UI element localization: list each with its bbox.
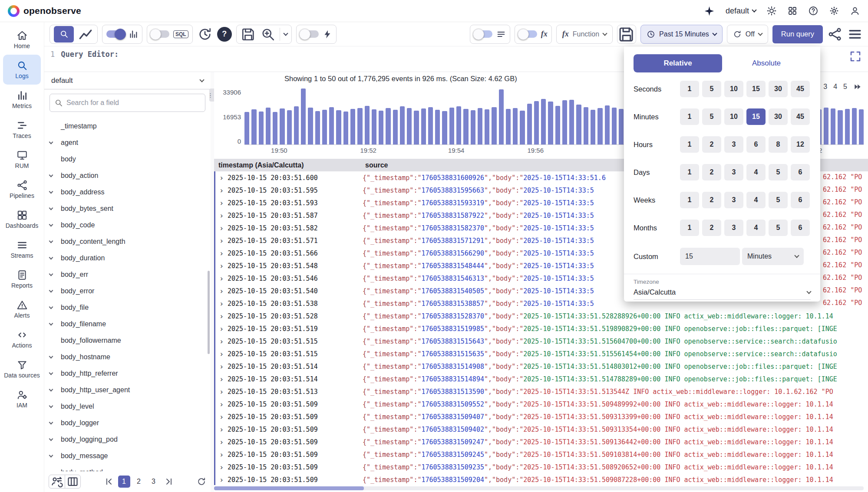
histogram-bar[interactable] bbox=[365, 106, 370, 144]
histogram-bar[interactable] bbox=[357, 108, 362, 144]
table-row[interactable]: › 2025-10-15 20:03:51.509 {"_timestamp":… bbox=[215, 398, 868, 410]
results-page-4[interactable]: 4 bbox=[833, 83, 837, 91]
histogram-bar[interactable] bbox=[273, 112, 277, 144]
quick-months-1[interactable]: 1 bbox=[680, 220, 699, 236]
histogram-bar[interactable] bbox=[555, 106, 560, 144]
field-list-item[interactable]: agent bbox=[44, 134, 211, 151]
expand-row-icon[interactable]: › bbox=[215, 425, 228, 434]
table-row[interactable]: › 2025-10-15 20:03:51.528 {"_timestamp":… bbox=[215, 310, 868, 322]
timezone-selector[interactable]: Asia/Calcutta bbox=[634, 285, 811, 300]
org-selector[interactable]: default bbox=[726, 7, 756, 16]
fast-forward-icon[interactable] bbox=[853, 82, 862, 91]
quick-days-5[interactable]: 5 bbox=[769, 164, 788, 180]
quick-weeks-5[interactable]: 5 bbox=[769, 192, 788, 208]
stream-selector[interactable]: default bbox=[44, 72, 211, 89]
sidebar-item-pipelines[interactable]: Pipelines bbox=[3, 174, 41, 204]
histogram-bar[interactable] bbox=[294, 106, 299, 144]
field-list-item[interactable]: body_logger bbox=[44, 415, 211, 431]
histogram-bar[interactable] bbox=[824, 108, 828, 144]
quick-weeks-1[interactable]: 1 bbox=[680, 192, 699, 208]
quick-months-3[interactable]: 3 bbox=[724, 220, 743, 236]
field-list-item[interactable]: body_code bbox=[44, 217, 211, 233]
expand-row-icon[interactable]: › bbox=[215, 249, 228, 258]
refresh-fields-icon[interactable] bbox=[197, 477, 206, 486]
quick-seconds-1[interactable]: 1 bbox=[680, 81, 699, 97]
histogram-bar[interactable] bbox=[845, 109, 850, 144]
quick-weeks-2[interactable]: 2 bbox=[702, 192, 721, 208]
histogram-bar[interactable] bbox=[619, 109, 624, 144]
quick-days-1[interactable]: 1 bbox=[680, 164, 699, 180]
custom-period-unit-selector[interactable]: Minutes bbox=[742, 248, 804, 265]
quick-months-4[interactable]: 4 bbox=[746, 220, 766, 236]
histogram-bar[interactable] bbox=[329, 107, 334, 144]
histogram-bar[interactable] bbox=[562, 100, 567, 144]
quick-hours-2[interactable]: 2 bbox=[702, 136, 721, 153]
last-page-icon[interactable] bbox=[164, 477, 174, 486]
histogram-bar[interactable] bbox=[548, 102, 553, 144]
expand-row-icon[interactable]: › bbox=[215, 236, 228, 245]
histogram-bar[interactable] bbox=[435, 110, 440, 144]
histogram-bar[interactable] bbox=[280, 108, 284, 144]
histogram-bar[interactable] bbox=[400, 106, 405, 144]
interesting-fields-icon[interactable] bbox=[49, 475, 65, 488]
sql-mode-toggle[interactable] bbox=[151, 30, 169, 38]
field-list-item[interactable]: body_bytes_sent bbox=[44, 200, 211, 217]
histogram-bar[interactable] bbox=[407, 108, 412, 144]
histogram-bar[interactable] bbox=[379, 111, 383, 144]
field-list-item[interactable]: body_file bbox=[44, 299, 211, 316]
table-row[interactable]: › 2025-10-15 20:03:51.509 {"_timestamp":… bbox=[215, 461, 868, 473]
histogram-bar[interactable] bbox=[541, 99, 546, 144]
chevron-down-icon[interactable] bbox=[50, 139, 61, 146]
histogram-bar[interactable] bbox=[442, 111, 447, 144]
quick-days-2[interactable]: 2 bbox=[702, 164, 721, 180]
expand-row-icon[interactable]: › bbox=[215, 438, 228, 446]
table-row[interactable]: › 2025-10-15 20:03:51.513 {"_timestamp":… bbox=[215, 385, 868, 398]
horizontal-scrollbar[interactable] bbox=[214, 486, 864, 490]
histogram-bar[interactable] bbox=[513, 108, 518, 144]
sidebar-item-rum[interactable]: RUM bbox=[3, 144, 41, 174]
chevron-down-icon[interactable] bbox=[50, 354, 61, 361]
table-row[interactable]: › 2025-10-15 20:03:51.509 {"_timestamp":… bbox=[215, 436, 868, 448]
field-list-item[interactable]: body_http_user_agent bbox=[44, 382, 211, 398]
quick-months-5[interactable]: 5 bbox=[769, 220, 788, 236]
histogram-bar[interactable] bbox=[520, 111, 525, 144]
quick-seconds-10[interactable]: 10 bbox=[724, 81, 743, 97]
expand-row-icon[interactable]: › bbox=[215, 337, 228, 346]
field-list-item[interactable]: body_action bbox=[44, 167, 211, 184]
expand-row-icon[interactable]: › bbox=[215, 274, 228, 283]
help-icon[interactable] bbox=[808, 6, 818, 16]
field-list-item[interactable]: body_logging_pod bbox=[44, 431, 211, 448]
pane-splitter[interactable]: ⋮⋮ bbox=[211, 72, 214, 492]
quick-minutes-5[interactable]: 5 bbox=[702, 108, 721, 125]
chevron-down-icon[interactable] bbox=[50, 370, 61, 377]
quick-days-6[interactable]: 6 bbox=[791, 164, 810, 180]
histogram-bar[interactable] bbox=[421, 108, 426, 144]
chevron-down-icon[interactable] bbox=[50, 453, 61, 459]
quick-minutes-10[interactable]: 10 bbox=[724, 108, 743, 125]
field-list-item[interactable]: body bbox=[44, 151, 211, 167]
quick-hours-3[interactable]: 3 bbox=[724, 136, 743, 153]
expand-row-icon[interactable]: › bbox=[215, 174, 228, 182]
field-list-item[interactable]: body_duration bbox=[44, 250, 211, 266]
histogram-bar[interactable] bbox=[315, 111, 320, 144]
expand-row-icon[interactable]: › bbox=[215, 362, 228, 371]
function-selector[interactable]: fx Function bbox=[556, 25, 613, 44]
histogram-bar[interactable] bbox=[386, 108, 390, 144]
tab-absolute[interactable]: Absolute bbox=[722, 54, 811, 72]
quick-days-4[interactable]: 4 bbox=[746, 164, 766, 180]
histogram-bar[interactable] bbox=[393, 110, 398, 144]
histogram-bar[interactable] bbox=[852, 108, 857, 144]
chevron-down-icon[interactable] bbox=[50, 172, 61, 179]
sidebar-item-traces[interactable]: Traces bbox=[3, 115, 41, 144]
histogram-toggle[interactable] bbox=[106, 30, 125, 38]
quick-minutes-1[interactable]: 1 bbox=[680, 108, 699, 125]
histogram-bar[interactable] bbox=[485, 109, 489, 144]
save-search-icon[interactable] bbox=[241, 26, 256, 42]
saved-views-dropdown-icon[interactable] bbox=[283, 31, 288, 36]
table-row[interactable]: › 2025-10-15 20:03:51.509 {"_timestamp":… bbox=[215, 473, 868, 485]
histogram-bar[interactable] bbox=[478, 108, 482, 144]
quick-months-2[interactable]: 2 bbox=[702, 220, 721, 236]
quick-minutes-30[interactable]: 30 bbox=[769, 108, 788, 125]
table-row[interactable]: › 2025-10-15 20:03:51.515 {"_timestamp":… bbox=[215, 335, 868, 348]
quick-minutes-15[interactable]: 15 bbox=[746, 108, 766, 125]
